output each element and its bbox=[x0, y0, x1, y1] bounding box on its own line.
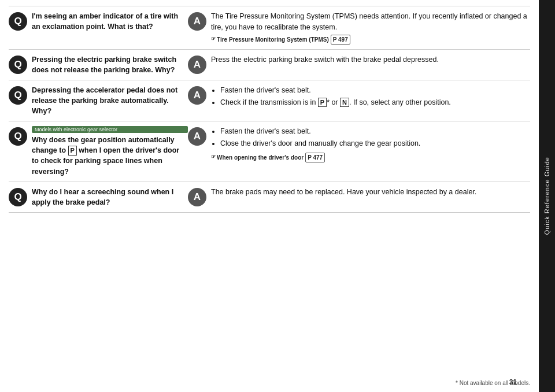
footnote: * Not available on all models. bbox=[9, 378, 530, 386]
model-badge: Models with electronic gear selector bbox=[32, 126, 188, 133]
n-box: N bbox=[340, 98, 349, 107]
q2-answer-text: Press the electric parking brake switch … bbox=[211, 54, 439, 65]
q5-answer-side: A The brake pads may need to be replaced… bbox=[188, 187, 530, 206]
q1-ref-label: Tire Pressure Monitoring System (TPMS) bbox=[217, 35, 329, 44]
q2-a-icon: A bbox=[188, 56, 206, 74]
q5-answer-text: The brake pads may need to be replaced. … bbox=[211, 187, 476, 198]
q1-question-side: Q I'm seeing an amber indicator of a tir… bbox=[9, 11, 188, 32]
q1-a-icon: A bbox=[188, 12, 206, 31]
q4-question-side: Q Models with electronic gear selector W… bbox=[9, 126, 188, 177]
q1-answer-side: A The Tire Pressure Monitoring System (T… bbox=[188, 11, 530, 45]
page-number: 31 bbox=[509, 378, 517, 386]
q4-a-icon: A bbox=[188, 127, 206, 146]
qa-row-5: Q Why do I hear a screeching sound when … bbox=[9, 182, 530, 213]
qa-row-1: Q I'm seeing an amber indicator of a tir… bbox=[9, 6, 530, 50]
q3-a-icon: A bbox=[188, 86, 206, 105]
q1-ref-link[interactable]: ☞ Tire Pressure Monitoring System (TPMS)… bbox=[211, 35, 350, 45]
qa-row-3: Q Depressing the accelerator pedal does … bbox=[9, 80, 530, 121]
sidebar: Quick Reference Guide bbox=[539, 0, 555, 392]
p-box: P bbox=[318, 98, 327, 107]
sidebar-label: Quick Reference Guide bbox=[543, 157, 550, 235]
q3-question-text: Depressing the accelerator pedal does no… bbox=[32, 85, 188, 116]
q4-q-icon: Q bbox=[9, 127, 27, 146]
q3-question-side: Q Depressing the accelerator pedal does … bbox=[9, 85, 188, 116]
q1-q-icon: Q bbox=[9, 12, 27, 31]
qa-row-4: Q Models with electronic gear selector W… bbox=[9, 121, 530, 182]
q2-answer-side: A Press the electric parking brake switc… bbox=[188, 54, 530, 74]
q2-question-side: Q Pressing the electric parking brake sw… bbox=[9, 54, 188, 75]
q2-question-text: Pressing the electric parking brake swit… bbox=[32, 54, 188, 75]
q4-door-ref-label: When opening the driver's door bbox=[217, 153, 304, 162]
q3-answer-side: A Fasten the driver's seat belt. Check i… bbox=[188, 85, 530, 109]
q4-answer-side: A Fasten the driver's seat belt. Close t… bbox=[188, 126, 530, 162]
p-box-q4: P bbox=[68, 146, 77, 155]
q4-question-text: Why does the gear position automatically… bbox=[32, 135, 188, 177]
q5-question-text: Why do I hear a screeching sound when I … bbox=[32, 187, 188, 208]
q1-page-ref: P 497 bbox=[331, 35, 350, 45]
q5-q-icon: Q bbox=[9, 188, 27, 206]
main-content: Q I'm seeing an amber indicator of a tir… bbox=[0, 0, 539, 392]
q4-door-ref[interactable]: ☞ When opening the driver's door P 477 bbox=[211, 153, 325, 162]
q3-answer-text: Fasten the driver's seat belt. Check if … bbox=[211, 85, 451, 109]
q4-answer-text: Fasten the driver's seat belt. Close the… bbox=[211, 126, 420, 162]
q5-question-side: Q Why do I hear a screeching sound when … bbox=[9, 187, 188, 208]
q1-answer-text: The Tire Pressure Monitoring System (TPM… bbox=[211, 11, 530, 45]
q5-a-icon: A bbox=[188, 188, 206, 206]
qa-row-2: Q Pressing the electric parking brake sw… bbox=[9, 50, 530, 80]
q1-question-text: I'm seeing an amber indicator of a tire … bbox=[32, 11, 188, 32]
q4-page-ref: P 477 bbox=[305, 153, 325, 162]
q2-q-icon: Q bbox=[9, 56, 27, 74]
q3-q-icon: Q bbox=[9, 86, 27, 105]
